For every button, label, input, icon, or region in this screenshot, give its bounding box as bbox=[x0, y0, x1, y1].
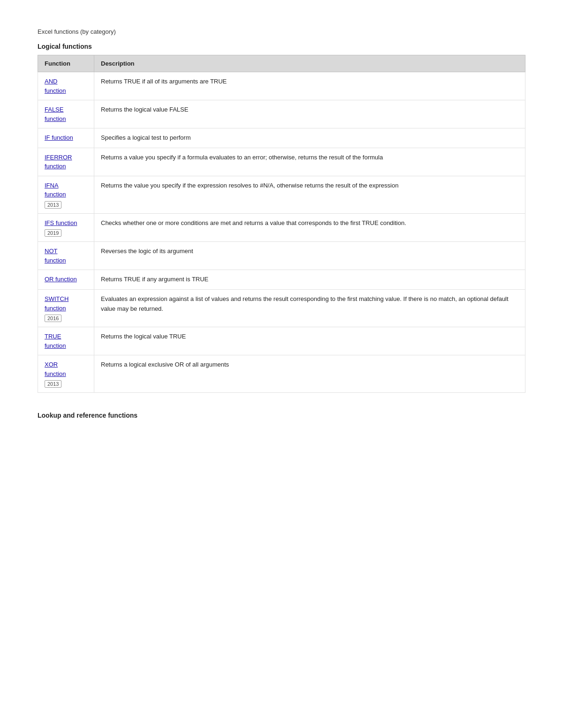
description-cell: Returns a logical exclusive OR of all ar… bbox=[94, 355, 525, 393]
table-row: TRUE functionReturns the logical value T… bbox=[38, 327, 525, 355]
description-cell: Evaluates an expression against a list o… bbox=[94, 290, 525, 327]
function-link[interactable]: AND bbox=[45, 77, 87, 86]
logical-section: Logical functions Function Description A… bbox=[38, 43, 525, 393]
function-cell: TRUE function bbox=[38, 327, 94, 355]
function-link-cont[interactable]: function bbox=[45, 369, 87, 379]
description-cell: Returns a value you specify if a formula… bbox=[94, 148, 525, 176]
function-cell: IFNA function2013 bbox=[38, 176, 94, 213]
description-cell: Specifies a logical test to perform bbox=[94, 128, 525, 148]
function-link-cont[interactable]: function bbox=[45, 162, 87, 171]
logical-section-title: Logical functions bbox=[38, 43, 525, 50]
function-link-cont[interactable]: function bbox=[45, 256, 87, 265]
description-cell: Returns the value you specify if the exp… bbox=[94, 176, 525, 213]
year-badge: 2013 bbox=[45, 380, 61, 388]
year-badge: 2019 bbox=[45, 229, 61, 237]
table-row: XOR function2013Returns a logical exclus… bbox=[38, 355, 525, 393]
function-cell: IFERROR function bbox=[38, 148, 94, 176]
description-cell: Returns the logical value FALSE bbox=[94, 100, 525, 128]
year-badge: 2013 bbox=[45, 201, 61, 209]
year-badge: 2016 bbox=[45, 315, 61, 322]
function-link[interactable]: IFERROR bbox=[45, 153, 87, 162]
column-header-function: Function bbox=[38, 55, 94, 72]
function-cell: AND function bbox=[38, 72, 94, 100]
table-row: IFERROR functionReturns a value you spec… bbox=[38, 148, 525, 176]
function-link[interactable]: IFS function bbox=[45, 218, 87, 228]
table-row: SWITCH function2016Evaluates an expressi… bbox=[38, 290, 525, 327]
description-cell: Returns TRUE if all of its arguments are… bbox=[94, 72, 525, 100]
table-row: NOT functionReverses the logic of its ar… bbox=[38, 242, 525, 270]
description-cell: Returns the logical value TRUE bbox=[94, 327, 525, 355]
function-link[interactable]: OR function bbox=[45, 275, 87, 284]
function-link-cont[interactable]: function bbox=[45, 114, 87, 124]
function-cell: NOT function bbox=[38, 242, 94, 270]
function-cell: IF function bbox=[38, 128, 94, 148]
function-link[interactable]: IF function bbox=[45, 133, 87, 143]
table-row: AND functionReturns TRUE if all of its a… bbox=[38, 72, 525, 100]
table-row: IFS function2019Checks whether one or mo… bbox=[38, 213, 525, 242]
function-link[interactable]: SWITCH bbox=[45, 294, 87, 304]
function-link[interactable]: FALSE bbox=[45, 105, 87, 114]
description-cell: Reverses the logic of its argument bbox=[94, 242, 525, 270]
function-cell: SWITCH function2016 bbox=[38, 290, 94, 327]
function-cell: XOR function2013 bbox=[38, 355, 94, 393]
function-link-cont[interactable]: function bbox=[45, 341, 87, 351]
function-link[interactable]: NOT bbox=[45, 247, 87, 256]
function-link-cont[interactable]: function bbox=[45, 86, 87, 96]
function-cell: FALSE function bbox=[38, 100, 94, 128]
column-header-description: Description bbox=[94, 55, 525, 72]
page-title: Excel functions (by category) bbox=[38, 28, 525, 35]
table-row: IFNA function2013Returns the value you s… bbox=[38, 176, 525, 213]
logical-functions-table: Function Description AND functionReturns… bbox=[38, 55, 525, 393]
function-link[interactable]: XOR bbox=[45, 360, 87, 369]
function-link-cont[interactable]: function bbox=[45, 190, 87, 199]
function-cell: IFS function2019 bbox=[38, 213, 94, 242]
lookup-section-title: Lookup and reference functions bbox=[38, 412, 525, 419]
function-cell: OR function bbox=[38, 270, 94, 290]
function-link[interactable]: IFNA bbox=[45, 181, 87, 190]
lookup-section: Lookup and reference functions bbox=[38, 412, 525, 419]
description-cell: Checks whether one or more conditions ar… bbox=[94, 213, 525, 242]
function-link-cont[interactable]: function bbox=[45, 304, 87, 313]
table-row: IF functionSpecifies a logical test to p… bbox=[38, 128, 525, 148]
description-cell: Returns TRUE if any argument is TRUE bbox=[94, 270, 525, 290]
function-link[interactable]: TRUE bbox=[45, 332, 87, 341]
table-header-row: Function Description bbox=[38, 55, 525, 72]
table-row: OR functionReturns TRUE if any argument … bbox=[38, 270, 525, 290]
table-row: FALSE functionReturns the logical value … bbox=[38, 100, 525, 128]
